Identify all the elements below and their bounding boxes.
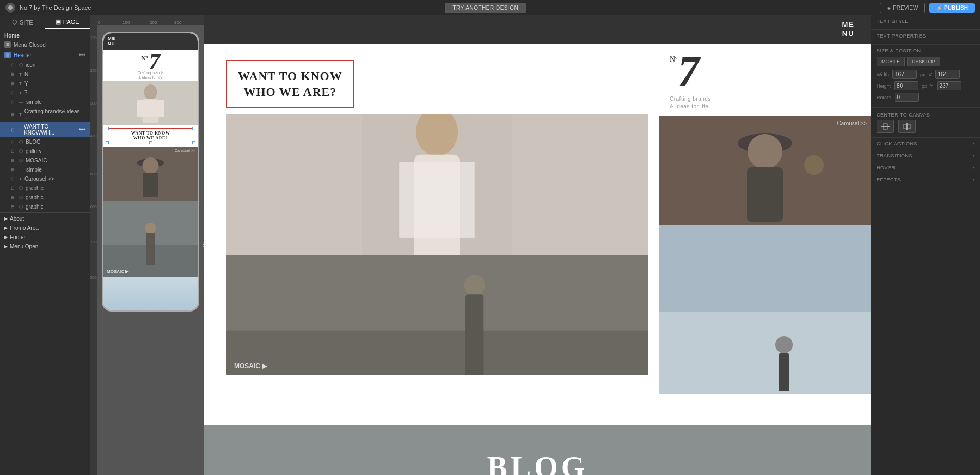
svg-rect-28 [659, 312, 871, 394]
svg-rect-12 [146, 233, 155, 265]
tab-site[interactable]: ⬡ SITE [0, 15, 45, 29]
svg-rect-25 [747, 167, 783, 222]
hover-section[interactable]: HOVER › [871, 162, 980, 174]
main-layout: ⬡ SITE ▣ PAGE Home ☰ Menu Closed ▤ Heade… [0, 15, 980, 475]
sidebar-item-crafting-brands[interactable]: ⊞ T Crafting brands& ideas ... [0, 107, 90, 122]
promo-section-label: Promo Area [10, 225, 39, 231]
sidebar-section-about[interactable]: ▶ About [0, 214, 90, 223]
desktop-panel: MENU WANT TO KNOW WHO WE ARE? [204, 15, 871, 475]
height-input[interactable] [894, 81, 918, 90]
sidebar-item-n[interactable]: ⊞ T N [0, 70, 90, 79]
desktop-toggle-button[interactable]: DESKTOP [907, 57, 940, 66]
svg-rect-4 [137, 100, 164, 117]
icon-label: icon [26, 62, 35, 68]
page-tab-label: PAGE [63, 19, 79, 25]
top-bar-left: No 7 by The Design Space [5, 3, 91, 13]
preview-button[interactable]: ◈ PREVIEW [880, 3, 925, 13]
header-group-label: Header [14, 52, 32, 58]
top-bar-right: ◈ PREVIEW ⚡ PUBLISH [880, 3, 975, 13]
mobile-toggle-button[interactable]: MOBILE [877, 57, 905, 66]
sidebar-item-graphic1[interactable]: ⊞ ⬡ graphic [0, 184, 90, 193]
header-dots-button[interactable]: ••• [78, 51, 85, 59]
y-label: Y [930, 83, 934, 89]
text-properties-label: TEXT PROPERTIES [877, 33, 975, 39]
y-label: Y [24, 81, 28, 87]
sidebar-item-y[interactable]: ⊞ T Y [0, 79, 90, 88]
center-vertical-button[interactable] [898, 120, 916, 133]
rotate-label: Rotate [877, 95, 891, 100]
home-section-label: Home [0, 29, 90, 40]
center-canvas-section: CENTER TO CANVAS [871, 108, 980, 138]
text-style-label: TEXT STYLE [877, 19, 975, 24]
want-to-know-line1: WANT TO KNOW [238, 69, 342, 83]
want-to-know-dots[interactable]: ••• [78, 126, 85, 133]
want-to-know-line2: WHO WE ARE? [243, 85, 336, 99]
header-group-icon: ▤ [4, 52, 11, 58]
right-panel: TEXT STYLE TEXT PROPERTIES SIZE & POSITI… [871, 15, 980, 475]
center-horizontal-button[interactable] [877, 120, 894, 133]
transitions-section[interactable]: TRANSITIONS › [871, 150, 980, 162]
px-label-w: px [920, 72, 926, 77]
sidebar-item-want-to-know[interactable]: ⊞ T WANT TO KNOWWH... ••• [0, 122, 90, 137]
page-tab-icon: ▣ [56, 18, 61, 25]
width-label: Width [877, 72, 889, 77]
menu-closed-icon: ☰ [4, 41, 11, 48]
sidebar-item-graphic3[interactable]: ⊞ ⬡ graphic [0, 202, 90, 211]
sidebar-item-graphic2[interactable]: ⊞ ⬡ graphic [0, 193, 90, 202]
svg-rect-21 [465, 294, 483, 375]
graphic3-label: graphic [26, 204, 44, 210]
svg-rect-17 [399, 162, 474, 238]
sidebar-item-simple2[interactable]: ⊞ — simple [0, 165, 90, 174]
hover-label: HOVER [877, 165, 896, 170]
publish-button[interactable]: ⚡ PUBLISH [929, 3, 975, 13]
carousel-label: Carousel >> [24, 176, 54, 182]
svg-point-0 [8, 5, 13, 10]
text-properties-section: TEXT PROPERTIES [871, 30, 980, 45]
center-canvas-label: CENTER TO CANVAS [877, 112, 975, 118]
panel-expand-handle[interactable]: › [199, 235, 204, 255]
transitions-label: TRANSITIONS [877, 153, 912, 159]
size-position-section: SIZE & POSITION MOBILE DESKTOP Width px … [871, 45, 980, 108]
width-input[interactable] [892, 70, 917, 79]
transitions-chevron: › [973, 153, 975, 159]
sidebar-item-mosaic[interactable]: ⊞ ⬡ MOSAIC [0, 156, 90, 165]
sidebar-item-7[interactable]: ⊞ T 7 [0, 88, 90, 98]
svg-point-24 [748, 134, 782, 169]
effects-section[interactable]: EFFECTS › [871, 174, 980, 186]
sidebar-item-menu-closed[interactable]: ☰ Menu Closed [0, 40, 90, 50]
sidebar-item-icon[interactable]: ⊞ ⬡ icon [0, 60, 90, 70]
y-input[interactable] [937, 81, 961, 90]
site-tab-label: SITE [20, 19, 33, 26]
menu-open-label: Menu Open [10, 243, 38, 249]
sidebar-item-simple[interactable]: ⊞ — simple [0, 98, 90, 107]
sidebar-item-header[interactable]: ▤ Header ••• [0, 50, 90, 60]
want-to-know-label: WANT TO KNOWWH... [24, 124, 76, 136]
svg-rect-32 [881, 126, 890, 127]
rotate-input[interactable] [895, 93, 919, 102]
carousel-label-desktop: Carousel >> [837, 120, 867, 126]
click-actions-chevron: › [973, 141, 975, 147]
svg-rect-19 [226, 331, 648, 375]
left-sidebar: ⬡ SITE ▣ PAGE Home ☰ Menu Closed ▤ Heade… [0, 15, 90, 475]
svg-point-7 [143, 157, 159, 174]
simple2-label: simple [26, 167, 42, 173]
sidebar-section-menu-open[interactable]: ▶ Menu Open [0, 242, 90, 251]
n-label: N [24, 71, 28, 77]
sidebar-section-footer[interactable]: ▶ Footer [0, 233, 90, 242]
text-style-section: TEXT STYLE [871, 15, 980, 30]
sidebar-item-blog[interactable]: ⊞ ⬡ BLOG [0, 137, 90, 147]
sidebar-item-carousel[interactable]: ⊞ T Carousel >> [0, 174, 90, 184]
height-label: Height [877, 83, 891, 89]
sidebar-item-gallery[interactable]: ⊞ ⬡ gallery [0, 147, 90, 156]
effects-chevron: › [973, 177, 975, 182]
svg-point-2 [144, 84, 157, 100]
click-actions-section[interactable]: CLICK ACTIONS › [871, 138, 980, 150]
want-to-know-element[interactable]: WANT TO KNOW WHO WE ARE? [226, 60, 354, 108]
svg-point-11 [145, 223, 156, 234]
mosaic-label-desktop: MOSAIC ▶ [234, 362, 267, 370]
x-input[interactable] [935, 70, 960, 79]
sidebar-section-promo[interactable]: ▶ Promo Area [0, 223, 90, 233]
site-tab-icon: ⬡ [12, 19, 17, 26]
tab-page[interactable]: ▣ PAGE [45, 15, 90, 29]
try-another-design-button[interactable]: TRY ANOTHER DESIGN [445, 3, 526, 13]
